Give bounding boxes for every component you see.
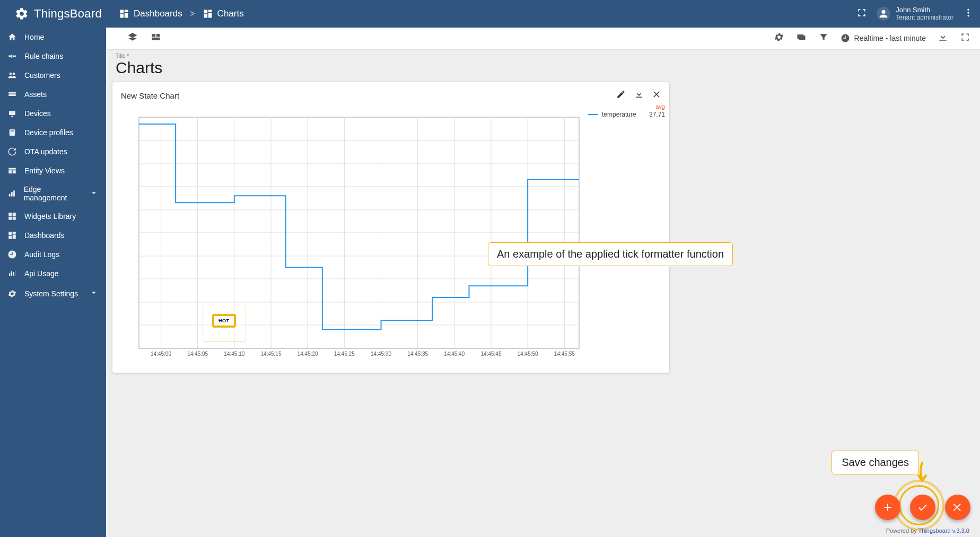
- svg-text:14:45:30: 14:45:30: [371, 351, 391, 357]
- sidebar-item-label: Devices: [24, 109, 51, 118]
- save-fab[interactable]: [910, 495, 935, 520]
- edit-widget-icon[interactable]: [616, 90, 626, 101]
- sidebar: Home Rule chains Customers Assets Device…: [0, 28, 106, 537]
- sidebar-item-label: Widgets Library: [24, 212, 76, 221]
- svg-text:14:45:20: 14:45:20: [298, 351, 318, 357]
- sidebar-item-audit-logs[interactable]: Audit Logs: [0, 245, 106, 264]
- brand-text: ThingsBoard: [34, 7, 102, 21]
- dashboard-toolbar: Realtime - last minute: [106, 28, 980, 49]
- sidebar-item-widgets-library[interactable]: Widgets Library: [0, 207, 106, 226]
- svg-text:14:45:10: 14:45:10: [224, 351, 244, 357]
- svg-point-0: [967, 8, 969, 10]
- more-icon[interactable]: [963, 7, 974, 20]
- sidebar-item-label: Entity Views: [24, 166, 65, 175]
- plus-icon: [882, 501, 894, 513]
- user-role: Tenant administrator: [896, 14, 953, 21]
- chevron-down-icon: [89, 188, 99, 199]
- widget-card[interactable]: New State Chart: [112, 82, 669, 373]
- main-content: Realtime - last minute Title * Charts Ne…: [106, 28, 980, 537]
- svg-text:14:45:40: 14:45:40: [444, 351, 465, 357]
- sidebar-item-dashboards[interactable]: Dashboards: [0, 226, 106, 245]
- sidebar-item-customers[interactable]: Customers: [0, 66, 106, 85]
- breadcrumb-dashboards[interactable]: Dashboards: [119, 8, 182, 19]
- sidebar-item-api-usage[interactable]: Api Usage: [0, 264, 106, 283]
- entity-aliases-icon[interactable]: [796, 32, 807, 45]
- footer-link[interactable]: Thingsboard v.3.3.0: [918, 527, 969, 534]
- sidebar-item-ota-updates[interactable]: OTA updates: [0, 142, 106, 161]
- user-name: John Smith: [896, 6, 953, 14]
- svg-text:14:45:05: 14:45:05: [187, 351, 208, 357]
- brand-icon: [15, 7, 29, 21]
- chart-svg: 14:45:0014:45:0514:45:1014:45:1514:45:20…: [128, 112, 584, 361]
- sidebar-item-edge-management[interactable]: Edge management: [0, 180, 106, 207]
- svg-point-2: [967, 15, 969, 16]
- widget-title: New State Chart: [119, 91, 616, 100]
- footer-prefix: Powered by: [886, 527, 918, 534]
- svg-text:14:45:55: 14:45:55: [554, 351, 575, 357]
- svg-text:14:45:50: 14:45:50: [518, 351, 538, 357]
- top-actions: John Smith Tenant administrator: [856, 6, 974, 21]
- breadcrumb: Dashboards > Charts: [119, 8, 244, 19]
- chevron-down-icon: [89, 288, 99, 299]
- sidebar-item-home[interactable]: Home: [0, 28, 106, 47]
- annotation-save-changes: Save changes: [832, 451, 919, 474]
- top-app-bar: ThingsBoard Dashboards > Charts John Smi…: [0, 0, 980, 28]
- breadcrumb-current[interactable]: Charts: [203, 8, 244, 19]
- sidebar-item-entity-views[interactable]: Entity Views: [0, 161, 106, 180]
- sidebar-item-label: Audit Logs: [24, 250, 59, 259]
- sidebar-item-devices[interactable]: Devices: [0, 104, 106, 123]
- breadcrumb-dashboards-label: Dashboards: [134, 8, 182, 19]
- cancel-fab[interactable]: [945, 495, 970, 520]
- sidebar-item-label: Home: [24, 33, 44, 41]
- close-icon: [952, 501, 964, 513]
- timewindow-label: Realtime - last minute: [854, 34, 926, 42]
- avatar-icon: [877, 7, 890, 21]
- svg-rect-3: [10, 129, 15, 136]
- breadcrumb-current-label: Charts: [217, 8, 244, 19]
- sidebar-item-label: Edge management: [24, 185, 82, 202]
- chart-legend: avg temperature 37.71: [588, 101, 665, 367]
- svg-text:14:45:35: 14:45:35: [407, 351, 428, 357]
- legend-header: avg: [588, 103, 665, 110]
- layers-icon[interactable]: [127, 32, 138, 45]
- sidebar-item-label: Dashboards: [24, 231, 65, 240]
- svg-text:14:45:15: 14:45:15: [261, 351, 282, 357]
- sidebar-item-device-profiles[interactable]: Device profiles: [0, 123, 106, 142]
- legend-series-name: temperature: [602, 111, 636, 118]
- title-label: Title *: [116, 53, 970, 59]
- user-menu[interactable]: John Smith Tenant administrator: [877, 6, 953, 21]
- legend-series-value: 37.71: [649, 111, 665, 118]
- annotation-tick-formatter: An example of the applied tick formatter…: [488, 242, 733, 266]
- dashboard-title-field[interactable]: Title * Charts: [106, 49, 980, 82]
- download-widget-icon[interactable]: [634, 90, 644, 101]
- check-icon: [917, 501, 929, 513]
- sidebar-item-system-settings[interactable]: System Settings: [0, 283, 106, 304]
- settings-icon[interactable]: [774, 32, 784, 45]
- sidebar-item-label: System Settings: [24, 289, 78, 298]
- timewindow-button[interactable]: Realtime - last minute: [841, 33, 926, 43]
- export-icon[interactable]: [938, 32, 948, 45]
- sidebar-item-rule-chains[interactable]: Rule chains: [0, 47, 106, 66]
- svg-rect-4: [11, 130, 14, 131]
- svg-point-1: [967, 12, 969, 13]
- add-widget-fab[interactable]: [875, 495, 900, 520]
- sidebar-item-label: Rule chains: [24, 52, 63, 60]
- fab-group: [875, 495, 970, 520]
- layout-icon[interactable]: [151, 32, 161, 45]
- svg-text:14:45:25: 14:45:25: [334, 351, 355, 357]
- legend-color-swatch: [588, 114, 598, 115]
- svg-text:14:45:00: 14:45:00: [151, 351, 171, 357]
- breadcrumb-separator: >: [190, 8, 195, 19]
- brand[interactable]: ThingsBoard: [0, 7, 106, 21]
- title-value: Charts: [116, 59, 970, 77]
- sidebar-item-label: Device profiles: [24, 128, 73, 137]
- fullscreen-dashboard-icon[interactable]: [960, 32, 970, 45]
- close-widget-icon[interactable]: [652, 90, 662, 101]
- filter-icon[interactable]: [818, 32, 829, 45]
- svg-text:14:45:45: 14:45:45: [481, 351, 502, 357]
- hot-tick-label: HOT: [212, 314, 236, 328]
- sidebar-item-label: Assets: [24, 90, 47, 99]
- sidebar-item-assets[interactable]: Assets: [0, 85, 106, 104]
- fullscreen-icon[interactable]: [856, 7, 867, 20]
- annotation-arrow-icon: [913, 462, 931, 486]
